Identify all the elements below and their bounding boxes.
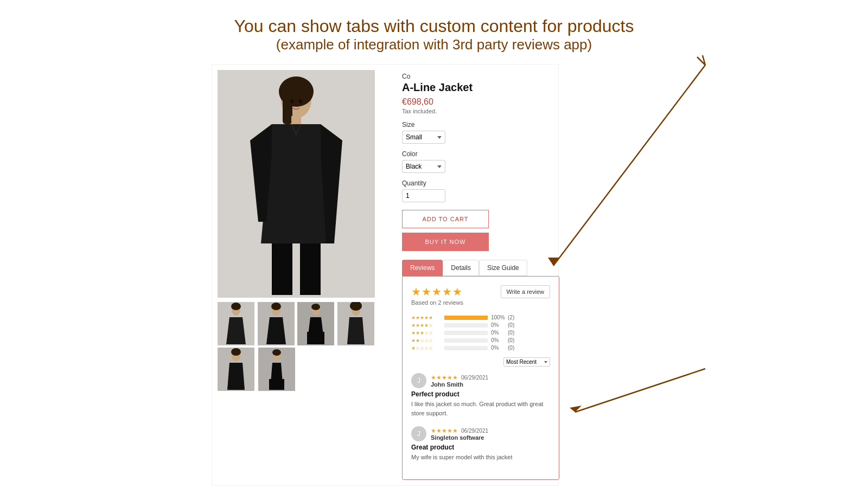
svg-point-7	[290, 100, 293, 104]
reviewer-stars-date-1: ★★★★★ 06/29/2021	[431, 374, 488, 381]
count-3: (0)	[508, 330, 514, 336]
thumbnail-1[interactable]	[218, 302, 254, 345]
review-summary: ★★★★★ Based on 2 reviews Write a review	[411, 285, 550, 306]
thumbnail-2[interactable]	[258, 302, 295, 345]
rating-bar-4: ★★★★☆ 0% (0)	[411, 322, 550, 328]
quantity-label: Quantity	[402, 179, 559, 187]
count-2: (0)	[508, 337, 514, 343]
product-images-section	[218, 70, 386, 480]
review-text-2: My wife is super model with this jacket	[411, 453, 550, 462]
svg-rect-30	[279, 379, 284, 390]
rating-bar-2: ★★☆☆☆ 0% (0)	[411, 337, 550, 343]
bar-bg-2	[444, 338, 488, 343]
svg-point-17	[311, 304, 320, 310]
svg-point-14	[271, 303, 281, 310]
reviewer-avatar-2: J	[411, 426, 426, 441]
tab-details[interactable]: Details	[443, 260, 479, 276]
star-label-5: ★★★★★	[411, 315, 441, 320]
svg-rect-29	[269, 379, 274, 390]
product-brand: Co	[402, 73, 559, 80]
reviewer-avatar-1: J	[411, 373, 426, 388]
sort-row: Most Recent Highest Rated Lowest Rated	[411, 357, 550, 367]
overall-rating: ★★★★★ Based on 2 reviews	[411, 285, 463, 306]
review-date-1: 06/29/2021	[461, 375, 488, 381]
tab-size-guide[interactable]: Size Guide	[479, 260, 527, 276]
product-name: A-Line Jacket	[402, 81, 559, 94]
review-header-1: J ★★★★★ 06/29/2021 John Smith	[411, 373, 550, 388]
thumbnail-6[interactable]	[258, 348, 295, 391]
pct-5: 100%	[491, 314, 505, 320]
thumbnail-row-1	[218, 302, 375, 345]
bar-bg-1	[444, 346, 488, 350]
sort-select[interactable]: Most Recent Highest Rated Lowest Rated	[503, 357, 550, 367]
star-label-2: ★★☆☆☆	[411, 338, 441, 343]
count-5: (2)	[508, 314, 514, 320]
tabs-section: Reviews Details Size Guide ★★★★★ Based o…	[402, 260, 559, 480]
svg-rect-19	[319, 332, 324, 344]
svg-line-33	[575, 369, 705, 412]
review-item-1: J ★★★★★ 06/29/2021 John Smith Perfect pr…	[411, 373, 550, 418]
count-4: (0)	[508, 322, 514, 328]
bar-bg-5	[444, 316, 488, 320]
pct-2: 0%	[491, 337, 505, 343]
svg-marker-34	[570, 406, 582, 412]
svg-line-31	[553, 65, 705, 266]
bar-bg-3	[444, 331, 488, 335]
product-info-section: Co A-Line Jacket €698,60 Tax included. S…	[386, 70, 559, 480]
rating-bar-1: ★☆☆☆☆ 0% (0)	[411, 345, 550, 351]
size-select[interactable]: Small Medium Large	[402, 131, 445, 144]
product-card: Co A-Line Jacket €698,60 Tax included. S…	[212, 64, 559, 486]
review-text-1: I like this jacket so much. Great produc…	[411, 400, 550, 418]
svg-point-11	[231, 303, 241, 310]
svg-rect-18	[307, 332, 312, 344]
thumbnail-row-2	[218, 348, 296, 391]
main-product-image[interactable]	[218, 70, 375, 298]
review-date-2: 06/29/2021	[461, 428, 488, 434]
product-layout: Co A-Line Jacket €698,60 Tax included. S…	[218, 70, 553, 480]
star-label-4: ★★★★☆	[411, 323, 441, 328]
reviewer-meta-2: ★★★★★ 06/29/2021 Singleton software	[431, 427, 488, 441]
add-to-cart-button[interactable]: ADD TO CART	[402, 210, 489, 228]
review-header-2: J ★★★★★ 06/29/2021 Singleton software	[411, 426, 550, 441]
review-stars-1: ★★★★★	[431, 374, 458, 381]
thumbnail-3[interactable]	[297, 302, 334, 345]
count-1: (0)	[508, 345, 514, 351]
page-wrapper: You can show tabs with custom content fo…	[0, 0, 868, 488]
size-label: Size	[402, 121, 559, 129]
header-subtitle: (example of integration with 3rd party r…	[0, 36, 868, 53]
reviewer-name-2: Singleton software	[431, 434, 488, 441]
tabs-header: Reviews Details Size Guide	[402, 260, 559, 276]
pct-3: 0%	[491, 330, 505, 336]
review-item-2: J ★★★★★ 06/29/2021 Singleton software Gr…	[411, 426, 550, 462]
rating-bar-3: ★★★☆☆ 0% (0)	[411, 330, 550, 336]
overall-stars: ★★★★★	[411, 285, 463, 298]
header-section: You can show tabs with custom content fo…	[0, 0, 868, 64]
review-count: Based on 2 reviews	[411, 299, 463, 306]
color-select[interactable]: Black White Grey	[402, 160, 445, 173]
buy-now-button[interactable]: BUY IT NOW	[402, 233, 489, 251]
header-title: You can show tabs with custom content fo…	[0, 16, 868, 36]
tab-content-reviews: ★★★★★ Based on 2 reviews Write a review …	[402, 276, 559, 480]
quantity-input[interactable]	[402, 189, 445, 202]
review-stars-2: ★★★★★	[431, 427, 458, 434]
tax-info: Tax included.	[402, 108, 559, 114]
svg-point-28	[272, 349, 281, 356]
bar-fill-5	[444, 316, 488, 320]
product-price: €698,60	[402, 97, 559, 107]
review-title-2: Great product	[411, 444, 550, 451]
rating-bars: ★★★★★ 100% (2) ★★★★☆	[411, 314, 550, 351]
star-label-3: ★★★☆☆	[411, 330, 441, 336]
tab-reviews[interactable]: Reviews	[402, 260, 443, 276]
svg-point-25	[231, 348, 241, 356]
product-image-svg	[218, 70, 375, 298]
star-label-1: ★☆☆☆☆	[411, 345, 441, 351]
write-review-button[interactable]: Write a review	[501, 285, 550, 298]
thumbnail-4[interactable]	[337, 302, 374, 345]
rating-bar-5: ★★★★★ 100% (2)	[411, 314, 550, 320]
review-title-1: Perfect product	[411, 390, 550, 398]
svg-rect-5	[272, 243, 292, 295]
reviewer-name-1: John Smith	[431, 381, 488, 388]
reviewer-meta-1: ★★★★★ 06/29/2021 John Smith	[431, 374, 488, 388]
svg-rect-3	[283, 92, 292, 124]
thumbnail-5[interactable]	[218, 348, 254, 391]
